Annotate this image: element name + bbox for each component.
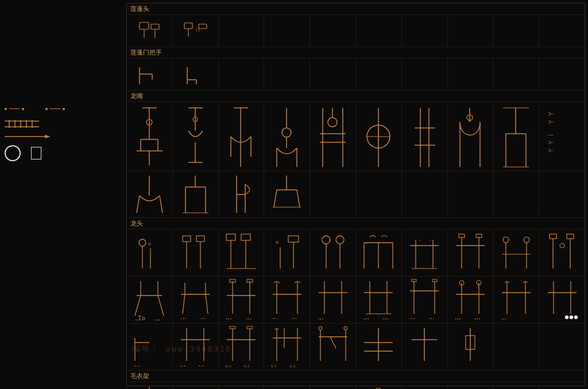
cell-lt-3-7 xyxy=(402,324,448,370)
faucet-row2-7: —•— —•— xyxy=(407,278,442,321)
svg-line-148 xyxy=(206,294,208,314)
svg-text:0.3: 0.3 xyxy=(271,364,276,368)
towel-rack-8: O | xyxy=(454,384,486,389)
svg-text:•••: ••• xyxy=(226,317,232,321)
faucet-row2-6: ••• ••• xyxy=(361,278,396,321)
cell-lt-2-6: ••• ••• xyxy=(356,277,402,323)
cell-lt-3-3: 0.3 0.3 xyxy=(219,324,265,370)
faucet-icon-1 xyxy=(134,173,165,216)
towel-rack-1: O | xyxy=(134,384,165,389)
tap-symbol-7: — — xyxy=(407,231,442,274)
cell-lt-2-2: —•— —•— xyxy=(173,277,219,323)
cell-lz-1-9 xyxy=(493,102,539,170)
cell-lt-2-3: ••• ••• xyxy=(219,277,265,323)
row-menbashou xyxy=(127,59,585,91)
cell-lz-2-8 xyxy=(448,171,494,217)
svg-line-141 xyxy=(158,295,164,316)
arrow-line-icon xyxy=(5,134,51,139)
cell-lt-3-9 xyxy=(493,324,539,370)
svg-text:⊙: ⊙ xyxy=(276,239,278,245)
tap-symbol-6 xyxy=(361,231,396,274)
cell-lz-2-4 xyxy=(264,171,310,217)
cell-myj-1: O | xyxy=(127,382,173,389)
section-liangjietou: 莲蓬头 xyxy=(127,3,585,15)
faucet-icon-4 xyxy=(271,173,303,216)
cell-lz-1-4 xyxy=(264,102,310,170)
shower-fixture-9 xyxy=(500,105,532,168)
svg-text:⊐—: ⊐— xyxy=(548,140,554,145)
svg-text:——: —— xyxy=(548,133,554,138)
cell-mbs-2 xyxy=(173,59,219,90)
cell-lz-2-9 xyxy=(493,171,539,217)
cell-ljt-4 xyxy=(264,15,310,46)
shower-fixture-8 xyxy=(454,105,486,168)
svg-text:⊐—: ⊐— xyxy=(548,119,554,125)
left-panel xyxy=(5,103,65,166)
svg-text:•••: ••• xyxy=(318,317,324,321)
svg-text:—: — xyxy=(429,238,432,243)
main-table: 莲蓬头 || xyxy=(126,3,585,386)
cell-lt-2-4: —•— —•— xyxy=(264,277,310,323)
svg-line-88 xyxy=(274,190,277,207)
svg-text:•••: ••• xyxy=(135,318,141,321)
faucet-row2-2: —•— —•— xyxy=(178,278,212,321)
right-panel-icon xyxy=(561,387,575,389)
svg-point-222 xyxy=(319,326,322,330)
cell-lz-2-3 xyxy=(219,171,265,217)
svg-text:0.3: 0.3 xyxy=(290,364,295,368)
towel-rack-5 xyxy=(317,384,349,389)
shower-fixture-7 xyxy=(409,105,440,168)
section-longzui: 龙嘴 xyxy=(127,91,585,102)
cell-ljt-8 xyxy=(448,15,494,46)
svg-rect-100 xyxy=(241,234,250,240)
left-item-circle-rect xyxy=(5,145,65,161)
cell-lt-3-1: •—• xyxy=(127,324,173,370)
cell-mbs-5 xyxy=(310,59,356,90)
svg-rect-99 xyxy=(226,234,235,240)
section-menbashou: 莲蓬门把手 xyxy=(127,47,585,59)
cell-lz-1-8 xyxy=(448,102,494,170)
cell-myj-5 xyxy=(310,382,356,389)
svg-text:0.3: 0.3 xyxy=(226,364,231,368)
faucet-row3-5 xyxy=(316,325,350,368)
svg-point-197 xyxy=(574,316,578,319)
faucet-row2-1: ••• ••• xyxy=(132,278,167,321)
faucet-row3-6 xyxy=(361,325,396,368)
shower-fixture-4 xyxy=(271,105,303,168)
cell-lz-1-6 xyxy=(356,102,402,170)
row-lt-3: •—• •—• •—• 0.3 xyxy=(127,324,585,371)
svg-text:•••: ••• xyxy=(382,317,389,321)
cell-lt-1-3 xyxy=(219,229,265,276)
svg-rect-97 xyxy=(196,236,204,242)
cell-ljt-5 xyxy=(310,15,356,46)
svg-point-136 xyxy=(560,243,564,248)
svg-text:—•—: —•— xyxy=(428,316,435,320)
faucet-row3-7 xyxy=(407,325,442,368)
tap-symbol-3 xyxy=(224,231,258,274)
svg-point-91 xyxy=(139,239,146,246)
main-container: To 莲蓬头 xyxy=(0,0,588,389)
svg-text:•••: ••• xyxy=(246,317,252,321)
shower-fixture-3 xyxy=(225,105,257,168)
svg-marker-8 xyxy=(45,135,51,138)
cell-mbs-7 xyxy=(402,59,448,90)
cell-lt-2-9: —•— xyxy=(493,277,539,323)
svg-text:•—•: •—• xyxy=(134,364,140,368)
faucet-row2-5: ••• xyxy=(316,278,350,321)
svg-text:•—•: •—• xyxy=(180,364,186,368)
svg-rect-95 xyxy=(183,236,191,242)
row-lz-2 xyxy=(127,171,585,218)
svg-point-195 xyxy=(565,316,568,319)
cell-lz-1-5 xyxy=(310,102,356,170)
svg-point-108 xyxy=(322,236,330,244)
svg-text:•••: ••• xyxy=(363,317,369,321)
svg-point-110 xyxy=(336,236,344,244)
svg-point-50 xyxy=(328,118,337,127)
towel-rack-2: | xyxy=(180,384,211,389)
section-longtou: 龙头 xyxy=(127,218,585,229)
svg-rect-106 xyxy=(288,236,299,242)
row-liangjietou: || xyxy=(127,15,585,47)
row-lt-2: ••• ••• —•— —•— xyxy=(127,277,585,324)
cell-lz-2-10 xyxy=(539,171,585,217)
cell-lz-2-5 xyxy=(310,171,356,217)
